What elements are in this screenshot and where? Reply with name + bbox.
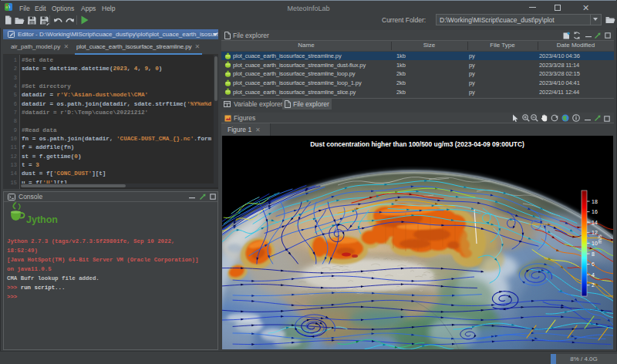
svg-text:6: 6 bbox=[592, 261, 595, 267]
svg-text:16: 16 bbox=[592, 209, 598, 214]
svg-text:2: 2 bbox=[592, 282, 595, 288]
svg-text:m/s: m/s bbox=[597, 234, 602, 244]
svg-text:14: 14 bbox=[592, 220, 598, 225]
svg-text:Dust concentration higher than: Dust concentration higher than 100/500 u… bbox=[310, 140, 524, 148]
svg-text:18: 18 bbox=[592, 199, 598, 204]
svg-text:12: 12 bbox=[592, 230, 598, 235]
svg-text:8: 8 bbox=[592, 251, 595, 257]
svg-text:4: 4 bbox=[592, 272, 595, 278]
